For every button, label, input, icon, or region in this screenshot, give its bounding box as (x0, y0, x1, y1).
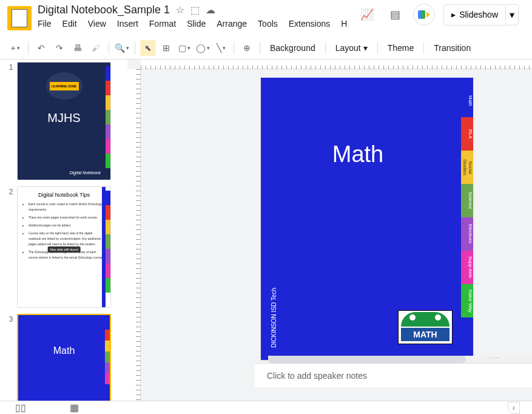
notes-placeholder: Click to add speaker notes (267, 371, 520, 381)
gator-icon (401, 312, 450, 327)
separator (260, 42, 260, 54)
canvas-area[interactable]: Math MathRLASocial StudiesScienceElectiv… (127, 59, 532, 401)
thumbnail-slide-1[interactable]: LEARNING ZONE MJHS Digital Notebook (17, 62, 111, 180)
version-history-icon[interactable]: 📈 (357, 5, 377, 24)
side-text: DICKINSON ISD Tech (271, 288, 277, 348)
slideshow-dropdown[interactable]: ▾ (506, 4, 519, 25)
play-icon: ▸ (451, 10, 456, 19)
layout-button[interactable]: Layout ▾ (331, 43, 372, 53)
menu-extensions[interactable]: Extensions (289, 19, 330, 29)
math-label: MATH (401, 328, 450, 341)
bottom-bar: ▯▯ ▦ ‹ (0, 401, 532, 414)
menu-view[interactable]: View (88, 19, 106, 29)
menu-file[interactable]: File (38, 19, 52, 29)
separator (325, 42, 326, 54)
slideshow-button[interactable]: ▸ Slideshow (443, 4, 506, 25)
slide-thumbnails[interactable]: 1 LEARNING ZONE MJHS Digital Notebook 2 … (0, 59, 127, 401)
textbox-tool[interactable]: ⊞ (158, 40, 174, 56)
cloud-icon[interactable]: ☁ (206, 4, 215, 16)
speaker-notes[interactable]: Click to add speaker notes (255, 363, 532, 387)
tab-rla[interactable]: RLA (461, 117, 473, 151)
menu-arrange[interactable]: Arrange (217, 19, 247, 29)
menu-format[interactable]: Format (149, 19, 176, 29)
new-slide-button[interactable]: + (7, 40, 23, 56)
image-tool[interactable]: ▢ (177, 40, 192, 56)
thumb-title: Digital Notebook Tips (22, 192, 106, 198)
thumbnail-slide-3[interactable]: Math (17, 314, 111, 401)
tab-supp-aids[interactable]: Supp Aids (461, 251, 473, 284)
resize-handle[interactable]: ⋯⋯ (489, 355, 501, 361)
theme-button[interactable]: Theme (383, 43, 419, 53)
tab-gator-way[interactable]: Gator Way (461, 284, 473, 317)
undo-button[interactable]: ↶ (33, 40, 49, 56)
transition-button[interactable]: Transition (429, 43, 476, 53)
menu-tools[interactable]: Tools (258, 19, 278, 29)
paint-format-button[interactable]: 🖌 (88, 40, 104, 56)
slide-number: 2 (5, 186, 17, 308)
main-area: 1 LEARNING ZONE MJHS Digital Notebook 2 … (0, 59, 532, 401)
tab-science[interactable]: Science (461, 184, 473, 217)
grid-view-icon[interactable]: ▦ (66, 402, 82, 413)
filmstrip-view-icon[interactable]: ▯▯ (12, 402, 29, 413)
tab-math[interactable]: Math (461, 84, 473, 117)
doc-title[interactable]: Digital Notebook_Sample 1 (38, 4, 170, 16)
thumbnail-slide-2[interactable]: Digital Notebook Tips Each course is col… (17, 186, 111, 308)
tab-social-studies[interactable]: Social Studies (461, 151, 473, 184)
slideshow-label: Slideshow (459, 10, 498, 19)
scrollbar-thumb[interactable] (268, 356, 466, 363)
redo-button[interactable]: ↷ (52, 40, 67, 56)
menu-slide[interactable]: Slide (187, 19, 206, 29)
zoom-button[interactable]: 🔍 (114, 40, 130, 56)
slide-title[interactable]: Math (261, 141, 455, 168)
star-icon[interactable]: ☆ (176, 4, 184, 16)
shape-tool[interactable]: ◯ (195, 40, 210, 56)
line-tool[interactable]: ╲ (213, 40, 229, 56)
math-course-badge[interactable]: MATH (398, 310, 453, 344)
toolbar: + ↶ ↷ 🖶 🖌 🔍 ⬉ ⊞ ▢ ◯ ╲ ⊕ Background Layou… (0, 36, 532, 59)
slides-logo[interactable] (7, 6, 32, 30)
tooltip: New slide with layout (47, 246, 81, 253)
meet-icon (418, 10, 430, 19)
notebook-tabs: MathRLASocial StudiesScienceElectivesSup… (461, 84, 473, 317)
print-button[interactable]: 🖶 (70, 40, 86, 56)
thumb-subtitle: Digital Notebook (70, 171, 101, 175)
comment-tool[interactable]: ⊕ (239, 40, 255, 56)
thumb-title: Math (18, 345, 110, 356)
move-icon[interactable]: ⬚ (190, 4, 200, 16)
menu-bar: File Edit View Insert Format Slide Arran… (38, 19, 357, 29)
select-tool[interactable]: ⬉ (140, 40, 156, 56)
slide-number: 3 (5, 314, 17, 401)
collapse-icon[interactable]: ‹ (508, 402, 520, 414)
slide-canvas[interactable]: Math MathRLASocial StudiesScienceElectiv… (261, 78, 473, 360)
thumb-title: MJHS (18, 111, 110, 125)
comments-icon[interactable]: ▤ (385, 5, 405, 24)
menu-insert[interactable]: Insert (117, 19, 138, 29)
separator (135, 42, 135, 54)
separator (423, 42, 424, 54)
header-bar: Digital Notebook_Sample 1 ☆ ⬚ ☁ File Edi… (0, 0, 532, 36)
menu-edit[interactable]: Edit (62, 19, 77, 29)
separator (109, 42, 109, 54)
meet-button[interactable] (413, 4, 435, 25)
separator (28, 42, 29, 54)
background-button[interactable]: Background (265, 43, 320, 53)
tab-electives[interactable]: Electives (461, 217, 473, 251)
title-area: Digital Notebook_Sample 1 ☆ ⬚ ☁ File Edi… (38, 4, 357, 29)
menu-help[interactable]: H (341, 19, 347, 29)
horizontal-ruler (141, 59, 532, 69)
vertical-ruler (127, 69, 141, 401)
slide-number: 1 (5, 62, 17, 180)
separator (234, 42, 234, 54)
thumb-banner: LEARNING ZONE (50, 82, 79, 90)
separator (377, 42, 378, 54)
